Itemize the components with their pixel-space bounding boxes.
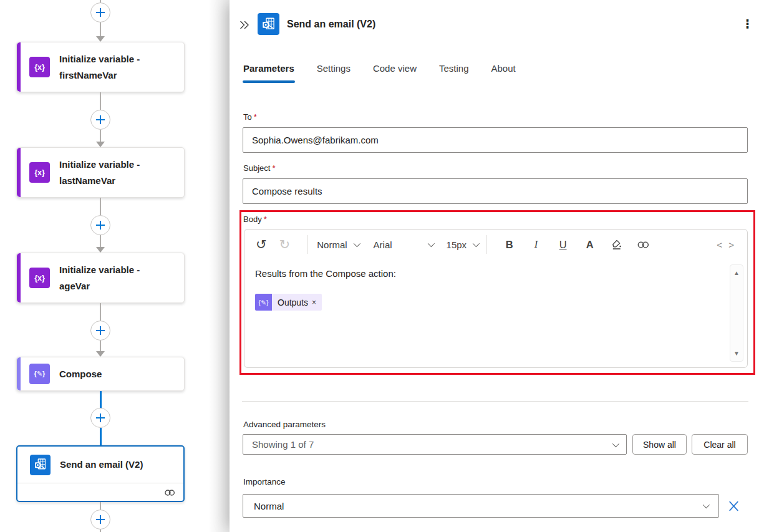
importance-dropdown[interactable]: Normal xyxy=(243,494,719,518)
node-initialize-variable-agevar[interactable]: {x} Initialize variable -ageVar xyxy=(16,253,185,303)
required-asterisk: * xyxy=(272,163,275,173)
variable-icon: {x} xyxy=(29,57,50,77)
connection-link-icon[interactable] xyxy=(164,489,176,496)
insert-step-button[interactable] xyxy=(90,321,110,341)
font-size-dropdown[interactable]: 15px xyxy=(447,239,478,250)
show-all-button[interactable]: Show all xyxy=(632,434,687,455)
collapse-panel-icon[interactable] xyxy=(238,19,251,31)
chevron-down-icon xyxy=(612,440,619,447)
connector-line xyxy=(100,502,101,510)
to-input[interactable] xyxy=(243,127,748,153)
scroll-up-icon[interactable]: ▲ xyxy=(730,269,743,276)
node-title: Initialize variable -lastNameVar xyxy=(59,157,140,188)
connector-line xyxy=(100,22,101,37)
node-initialize-variable-lastnamevar[interactable]: {x} Initialize variable -lastNameVar xyxy=(16,147,185,198)
node-title: Compose xyxy=(59,366,102,382)
node-accent-bar xyxy=(17,253,21,302)
italic-icon[interactable]: I xyxy=(529,238,543,251)
body-rich-text-editor[interactable]: ↺ ↻ Normal Arial 15px B I U A xyxy=(244,229,748,368)
node-accent-bar xyxy=(17,148,21,197)
compose-icon-glyph: {✎} xyxy=(34,370,46,378)
subject-input[interactable] xyxy=(243,178,748,204)
highlight-color-icon[interactable] xyxy=(610,239,623,251)
font-color-icon[interactable]: A xyxy=(583,239,596,251)
connector-line xyxy=(100,92,101,110)
token-compose-icon: {✎} xyxy=(255,294,272,311)
outlook-icon xyxy=(258,13,279,35)
toolbar-divider xyxy=(307,235,308,254)
link-icon[interactable] xyxy=(637,241,650,249)
variable-icon-glyph: {x} xyxy=(34,63,45,72)
node-initialize-variable-firstnamevar[interactable]: {x} Initialize variable -firstNameVar xyxy=(16,42,185,92)
insert-step-button[interactable] xyxy=(90,215,110,235)
insert-step-button[interactable] xyxy=(90,510,110,530)
token-label: Outputs xyxy=(278,297,308,307)
connector-arrow-icon xyxy=(96,247,105,253)
font-family-dropdown[interactable]: Arial xyxy=(374,239,433,250)
rte-toolbar: ↺ ↻ Normal Arial 15px B I U A xyxy=(244,230,747,259)
subject-label: Subject* xyxy=(243,163,275,173)
connector-arrow-icon xyxy=(96,36,105,42)
advanced-parameters-label: Advanced parameters xyxy=(243,420,326,429)
connector-line-selected xyxy=(100,391,102,409)
variable-icon-glyph: {x} xyxy=(34,168,45,177)
connector-line xyxy=(100,303,101,321)
editor-scrollbar[interactable]: ▲ ▼ xyxy=(730,264,743,362)
bold-icon[interactable]: B xyxy=(503,239,516,251)
tab-settings[interactable]: Settings xyxy=(317,63,350,83)
importance-label: Importance xyxy=(243,477,286,486)
tab-parameters[interactable]: Parameters xyxy=(243,63,294,83)
advanced-parameters-dropdown[interactable]: Showing 1 of 7 xyxy=(243,434,627,455)
outputs-token[interactable]: {✎} Outputs × xyxy=(255,294,322,311)
body-label: Body* xyxy=(243,215,267,224)
connector-line xyxy=(100,235,101,247)
chevron-down-icon xyxy=(353,240,360,247)
panel-title: Send an email (V2) xyxy=(287,17,375,31)
scroll-down-icon[interactable]: ▼ xyxy=(730,350,743,357)
body-content[interactable]: Results from the Compose action: {✎} Out… xyxy=(244,259,728,367)
insert-step-button[interactable] xyxy=(90,2,110,22)
undo-icon[interactable]: ↺ xyxy=(256,237,267,252)
node-compose[interactable]: {✎} Compose xyxy=(16,357,185,391)
action-details-panel: Send an email (V2) ⋮ Parameters Settings… xyxy=(230,0,759,532)
workflow-canvas: {x} Initialize variable -firstNameVar {x… xyxy=(0,0,230,532)
connector-arrow-icon xyxy=(96,351,105,357)
remove-token-icon[interactable]: × xyxy=(312,298,316,307)
insert-step-button[interactable] xyxy=(90,110,110,130)
tab-testing[interactable]: Testing xyxy=(439,63,469,83)
variable-icon-glyph: {x} xyxy=(34,274,45,283)
clear-importance-icon[interactable] xyxy=(727,500,740,513)
required-asterisk: * xyxy=(264,215,267,224)
body-text-line: Results from the Compose action: xyxy=(255,268,728,279)
chevron-down-icon xyxy=(427,240,434,247)
tab-code-view[interactable]: Code view xyxy=(373,63,417,83)
to-label: To* xyxy=(243,112,257,122)
insert-step-button[interactable] xyxy=(90,408,110,428)
node-send-an-email[interactable]: Send an email (V2) xyxy=(16,445,185,502)
connector-line xyxy=(100,341,101,352)
more-options-icon[interactable]: ⋮ xyxy=(742,18,753,31)
outlook-icon xyxy=(30,455,51,475)
connector-line xyxy=(100,130,101,142)
node-accent-bar xyxy=(17,357,21,390)
tab-bar: Parameters Settings Code view Testing Ab… xyxy=(243,63,516,83)
compose-icon: {✎} xyxy=(29,364,50,384)
variable-icon: {x} xyxy=(29,162,50,183)
node-title: Initialize variable -ageVar xyxy=(59,262,140,294)
text-style-dropdown[interactable]: Normal xyxy=(317,239,358,250)
section-divider xyxy=(242,401,748,402)
variable-icon: {x} xyxy=(29,268,50,288)
connector-line xyxy=(100,198,101,215)
redo-icon[interactable]: ↻ xyxy=(279,237,291,252)
node-title: Initialize variable -firstNameVar xyxy=(59,51,140,83)
underline-icon[interactable]: U xyxy=(556,239,569,251)
connector-line-selected xyxy=(100,428,102,445)
chevron-down-icon xyxy=(473,240,480,247)
chevron-down-icon xyxy=(703,501,710,508)
node-accent-bar xyxy=(17,42,21,92)
toolbar-divider xyxy=(486,235,487,254)
clear-all-button[interactable]: Clear all xyxy=(692,434,748,455)
tab-about[interactable]: About xyxy=(491,63,516,83)
code-view-icon[interactable]: < > xyxy=(717,239,736,250)
connector-arrow-icon xyxy=(96,142,105,147)
